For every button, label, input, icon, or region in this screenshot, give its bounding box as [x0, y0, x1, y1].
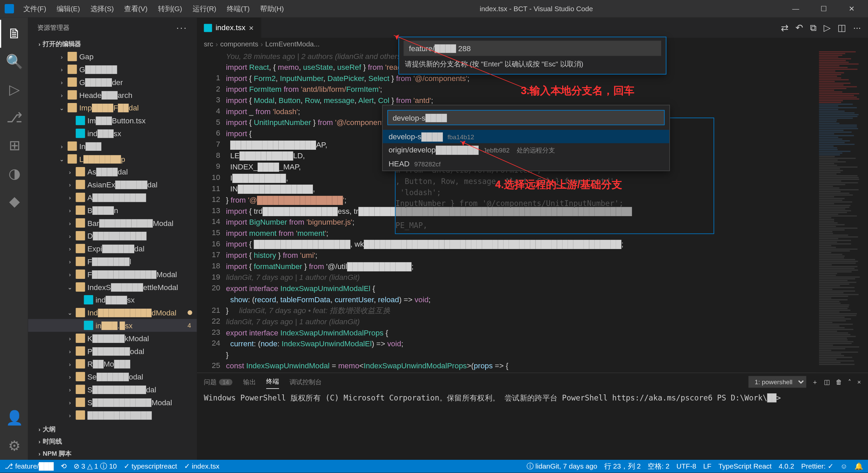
section-outline[interactable]: ›大纲	[28, 423, 197, 435]
section-open-editors[interactable]: ›打开的编辑器	[28, 38, 197, 50]
status-blame[interactable]: ⓘ lidanGit, 7 days ago	[527, 461, 597, 471]
status-bell-icon[interactable]: 🔔	[854, 462, 863, 470]
terminal-split-icon[interactable]: ◫	[824, 378, 830, 386]
menu-run[interactable]: 运行(R)	[188, 1, 221, 16]
tree-folder[interactable]: ⌄IndexS██████ettleModal	[28, 281, 197, 293]
panel-tab-problems[interactable]: 问题14	[204, 375, 232, 389]
tree-folder[interactable]: ›Gap	[28, 50, 197, 63]
folder-icon	[67, 154, 77, 163]
section-npm[interactable]: ›NPM 脚本	[28, 448, 197, 460]
window-close[interactable]: ✕	[840, 2, 863, 15]
minimap[interactable]	[817, 50, 868, 372]
tree-folder[interactable]: ›F████████████Modal	[28, 268, 197, 281]
tree-folder[interactable]: ⌄L███████p	[28, 152, 197, 165]
status-prettier[interactable]: Prettier: ✓	[801, 462, 833, 470]
status-lang[interactable]: TypeScript React	[718, 462, 772, 470]
branch-option[interactable]: develop-s████ fba14b12	[383, 130, 669, 143]
window-maximize[interactable]: ☐	[812, 2, 835, 15]
tree-folder[interactable]: ›P███████odal	[28, 345, 197, 357]
menu-selection[interactable]: 选择(S)	[86, 1, 118, 16]
terminal-new-icon[interactable]: ＋	[812, 377, 818, 386]
tree-folder[interactable]: ›Bar██████████Modal	[28, 217, 197, 229]
tree-file[interactable]: in███.█sx4	[28, 319, 197, 332]
folder-icon	[67, 77, 77, 86]
activity-run[interactable]: ▷	[0, 76, 28, 103]
activity-settings[interactable]: ⚙	[0, 432, 28, 460]
branch-option[interactable]: HEAD 978282cf	[383, 157, 669, 171]
branch-name-input[interactable]	[404, 41, 661, 56]
tree-folder[interactable]: ›G██████	[28, 63, 197, 76]
menu-terminal[interactable]: 终端(T)	[222, 1, 254, 16]
activity-scm[interactable]: ⎇	[0, 104, 28, 131]
tree-file[interactable]: ind████sx	[28, 293, 197, 306]
tree-folder[interactable]: ›████████████	[28, 409, 197, 421]
code-content[interactable]: You, 28 minutes ago | 2 authors (lidanGi…	[226, 50, 816, 372]
activity-account[interactable]: 👤	[0, 404, 28, 432]
status-sync[interactable]: ⟲	[61, 462, 66, 470]
status-eol[interactable]: LF	[703, 462, 711, 470]
branch-option[interactable]: origin/develop████████ Jebfb982处的远程分支	[383, 143, 669, 157]
section-timeline[interactable]: ›时间线	[28, 435, 197, 448]
menu-help[interactable]: 帮助(H)	[256, 1, 289, 16]
split-icon[interactable]: ◫	[837, 22, 846, 33]
tree-folder[interactable]: ⌄Imp████F██dal	[28, 101, 197, 114]
status-feedback-icon[interactable]: ☺	[841, 462, 848, 470]
status-ts-version[interactable]: 4.0.2	[778, 462, 794, 470]
tree-folder[interactable]: ›R██Mo███	[28, 357, 197, 370]
status-indexcheck[interactable]: ✓ index.tsx	[184, 462, 219, 470]
run-icon[interactable]: ▷	[824, 22, 831, 33]
tree-folder[interactable]: ›S███████████Modal	[28, 396, 197, 409]
tree-folder[interactable]: ›Heade███arch	[28, 88, 197, 101]
activity-explorer[interactable]: 🗎	[0, 20, 28, 47]
tree-file[interactable]: ind███sx	[28, 127, 197, 140]
menu-go[interactable]: 转到(G)	[153, 1, 186, 16]
menu-edit[interactable]: 编辑(E)	[52, 1, 84, 16]
activity-database[interactable]: ◆	[0, 187, 28, 215]
activity-extensions[interactable]: ⊞	[0, 131, 28, 159]
status-problems[interactable]: ⊘ 3 △ 1 ⓘ 10	[74, 461, 117, 471]
terminal-up-icon[interactable]: ˄	[848, 378, 851, 386]
status-encoding[interactable]: UTF-8	[676, 462, 696, 470]
status-indent[interactable]: 空格: 2	[648, 461, 669, 471]
compare-icon[interactable]: ⇄	[781, 22, 788, 33]
activity-liveshare[interactable]: ◑	[0, 160, 28, 187]
menu-view[interactable]: 查看(V)	[120, 1, 152, 16]
branch-picker-input[interactable]	[387, 110, 665, 125]
tab-index-tsx[interactable]: index.tsx ×	[197, 18, 261, 38]
tree-folder[interactable]: ›In███	[28, 140, 197, 152]
tree-folder[interactable]: ›B████n	[28, 204, 197, 217]
code-editor[interactable]: 1234567891011121314151617181920 21222324…	[197, 50, 868, 372]
tree-folder[interactable]: ⌄Ind██████████dModal	[28, 306, 197, 319]
revert-icon[interactable]: ↶	[795, 22, 803, 33]
panel-tab-terminal[interactable]: 终端	[266, 375, 279, 389]
tree-folder[interactable]: ›D██████████	[28, 229, 197, 242]
tree-folder[interactable]: ›G█████der	[28, 76, 197, 88]
tree-file[interactable]: Im███Button.tsx	[28, 114, 197, 127]
tree-folder[interactable]: ›K██████kModal	[28, 332, 197, 345]
terminal-select[interactable]: 1: powershell	[748, 376, 806, 388]
status-typescriptreact[interactable]: ✓ typescriptreact	[124, 462, 177, 470]
tree-folder[interactable]: ›Se██████odal	[28, 370, 197, 383]
terminal-kill-icon[interactable]: 🗑	[836, 378, 842, 386]
tree-folder[interactable]: ›As████dal	[28, 165, 197, 178]
window-minimize[interactable]: —	[784, 2, 807, 15]
status-branch[interactable]: ⎇ feature/███	[5, 462, 54, 470]
terminal-body[interactable]: Windows PowerShell 版权所有 (C) Microsoft Co…	[197, 391, 868, 460]
more-icon[interactable]: ···	[853, 22, 861, 33]
tree-folder[interactable]: ›S██████████dal	[28, 383, 197, 396]
tree-folder[interactable]: ›AsianEx██████dal	[28, 178, 197, 191]
panel-tab-debug[interactable]: 调试控制台	[290, 375, 321, 389]
sidebar: 资源管理器 ··· ›打开的编辑器 ›Gap›G██████›G█████der…	[28, 18, 197, 460]
status-cursor[interactable]: 行 23，列 2	[604, 461, 641, 471]
activity-search[interactable]: 🔍	[0, 48, 28, 76]
tree-folder[interactable]: ›F███████l	[28, 255, 197, 268]
terminal-close-icon[interactable]: ×	[857, 378, 861, 386]
folder-icon	[76, 346, 85, 355]
tab-close-icon[interactable]: ×	[249, 23, 254, 32]
sidebar-more-icon[interactable]: ···	[176, 22, 188, 33]
diff-icon[interactable]: ⧉	[810, 22, 816, 33]
tree-folder[interactable]: ›Expi██████dal	[28, 242, 197, 255]
menu-file[interactable]: 文件(F)	[19, 1, 51, 16]
tree-folder[interactable]: ›A██████████	[28, 191, 197, 204]
panel-tab-output[interactable]: 输出	[243, 375, 256, 389]
